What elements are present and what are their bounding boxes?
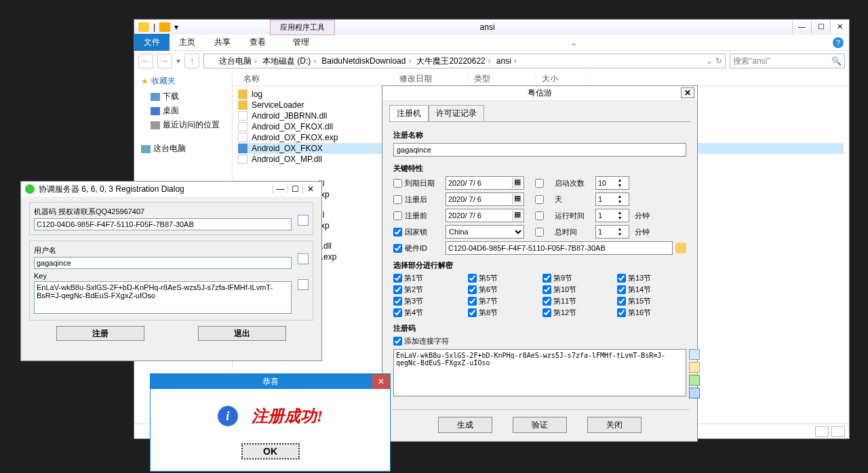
maximize-button[interactable]: ☐ xyxy=(811,20,830,34)
col-type[interactable]: 类型 xyxy=(469,71,536,85)
spinner-icon[interactable]: ▴▾ xyxy=(618,194,627,205)
country-select[interactable]: China xyxy=(446,225,524,239)
breadcrumb[interactable]: ansi xyxy=(496,56,519,66)
verify-button[interactable]: 验证 xyxy=(513,417,567,433)
user-input[interactable] xyxy=(34,257,292,269)
save-icon[interactable] xyxy=(689,388,700,398)
reg-titlebar[interactable]: 协调服务器 6, 6, 0, 3 Registration Dialog — ☐… xyxy=(21,182,321,197)
menu-view[interactable]: 查看 xyxy=(240,34,275,51)
chk-hwid[interactable] xyxy=(393,244,402,253)
chk-section[interactable]: 第9节 xyxy=(542,273,612,283)
breadcrumb[interactable]: 这台电脑 xyxy=(219,56,260,67)
calendar-icon[interactable]: ▦ xyxy=(512,178,521,188)
chk-total-time[interactable] xyxy=(535,228,544,236)
menu-manage[interactable]: 管理 xyxy=(283,34,319,51)
chk-section[interactable]: 第4节 xyxy=(393,308,462,318)
search-input[interactable]: 搜索"ansi" 🔍 xyxy=(730,54,845,68)
sidebar-thispc[interactable]: 这台电脑 xyxy=(141,142,225,156)
breadcrumb[interactable]: 本地磁盘 (D:) xyxy=(262,56,319,67)
chk-section[interactable]: 第16节 xyxy=(617,308,686,318)
close-button[interactable]: ✕ xyxy=(302,184,317,194)
forward-button[interactable]: → xyxy=(157,54,172,68)
history-dropdown-icon[interactable]: ▾ xyxy=(176,56,180,66)
breadcrumb[interactable]: 大牛魔王20220622 xyxy=(416,56,493,67)
chk-section[interactable]: 第14节 xyxy=(617,285,686,295)
spinner-icon[interactable]: ▴▾ xyxy=(618,210,627,221)
chk-after-reg[interactable] xyxy=(393,195,402,204)
copy-icon[interactable] xyxy=(298,215,309,226)
ribbon-context-tab[interactable]: 应用程序工具 xyxy=(270,20,335,35)
chk-runtime[interactable] xyxy=(535,211,544,220)
chk-section[interactable]: 第5节 xyxy=(468,273,537,283)
copy-icon[interactable] xyxy=(689,349,700,360)
regcode-textarea[interactable]: EnLaV-wkB8u-SxlGS-2F+bD-KnPHq-r8AeS-wzs5… xyxy=(393,349,686,396)
sidebar-recent[interactable]: 最近访问的位置 xyxy=(141,118,225,132)
chk-expiry[interactable] xyxy=(393,179,402,188)
chk-section[interactable]: 第6节 xyxy=(468,285,537,295)
explorer-titlebar[interactable]: | ▾ 应用程序工具 ansi — ☐ ✕ xyxy=(134,20,849,35)
menu-file[interactable]: 文件 xyxy=(134,34,170,51)
key-textarea[interactable]: EnLaV-wkB8u-SxlGS-2F+bD-KnPHq-r8AeS-wzs5… xyxy=(34,281,292,314)
chk-section[interactable]: 第10节 xyxy=(542,285,612,295)
view-icons-button[interactable] xyxy=(831,426,845,437)
register-button[interactable]: 注册 xyxy=(56,326,144,341)
machine-code-input[interactable] xyxy=(34,218,292,230)
menu-home[interactable]: 主页 xyxy=(170,34,205,51)
address-bar[interactable]: 这台电脑 本地磁盘 (D:) BaiduNetdiskDownload 大牛魔王… xyxy=(203,54,726,68)
calendar-icon[interactable]: ▦ xyxy=(512,210,521,221)
ok-button[interactable]: OK xyxy=(241,443,300,459)
close-button[interactable]: ✕ xyxy=(830,20,849,34)
reg-name-input[interactable] xyxy=(393,143,686,157)
sidebar-desktop[interactable]: 桌面 xyxy=(141,104,225,118)
close-button[interactable]: 关闭 xyxy=(587,417,642,433)
chk-launch-count[interactable] xyxy=(535,179,544,188)
tab-register[interactable]: 注册机 xyxy=(389,105,429,121)
spinner-icon[interactable]: ▴▾ xyxy=(618,226,627,237)
close-button[interactable]: ✕ xyxy=(681,87,694,98)
tab-license-log[interactable]: 许可证记录 xyxy=(429,105,484,121)
copy-icon[interactable] xyxy=(298,253,309,264)
exit-button[interactable]: 退出 xyxy=(198,326,286,341)
spin-runtime[interactable]: 1▴▾ xyxy=(595,209,629,222)
spin-total[interactable]: 1▴▾ xyxy=(595,225,629,239)
close-button[interactable]: ✕ xyxy=(372,374,390,389)
calendar-icon[interactable]: ▦ xyxy=(512,194,521,205)
copy-icon[interactable] xyxy=(298,279,309,290)
col-date[interactable]: 修改日期 xyxy=(394,71,469,85)
spinner-icon[interactable]: ▴▾ xyxy=(618,178,627,188)
msgbox-titlebar[interactable]: 恭喜 ✕ xyxy=(151,374,390,389)
menu-share[interactable]: 共享 xyxy=(205,34,240,51)
back-button[interactable]: ← xyxy=(138,54,153,68)
date-expiry[interactable]: 2020/ 7/ 6▦ xyxy=(446,176,524,190)
breadcrumb[interactable]: BaiduNetdiskDownload xyxy=(321,56,414,66)
chk-country[interactable] xyxy=(393,228,402,236)
generate-button[interactable]: 生成 xyxy=(438,417,492,433)
chevron-down-icon[interactable]: ⌄ xyxy=(570,38,577,47)
paste-icon[interactable] xyxy=(675,243,686,253)
chk-before-reg[interactable] xyxy=(393,211,402,220)
spin-launch[interactable]: 10▴▾ xyxy=(595,176,629,190)
paste-icon[interactable] xyxy=(689,362,700,373)
spin-days[interactable]: 1▴▾ xyxy=(595,192,629,206)
yxy-titlebar[interactable]: 粤信游 ✕ xyxy=(382,86,697,101)
maximize-button[interactable]: ☐ xyxy=(288,184,302,194)
chk-section[interactable]: 第2节 xyxy=(393,285,462,295)
chk-section[interactable]: 第7节 xyxy=(468,296,537,306)
date-after[interactable]: 2020/ 7/ 6▦ xyxy=(446,192,524,206)
chk-section[interactable]: 第13节 xyxy=(617,273,686,283)
col-name[interactable]: 名称 xyxy=(238,71,394,85)
dropdown-icon[interactable]: ▾ xyxy=(174,22,178,32)
chk-section[interactable]: 第11节 xyxy=(542,296,612,306)
dropdown-icon[interactable]: ⌄ xyxy=(706,56,713,66)
chk-section[interactable]: 第15节 xyxy=(617,296,686,306)
col-size[interactable]: 大小 xyxy=(536,71,591,85)
chk-days[interactable] xyxy=(535,195,544,204)
chk-add-connectors[interactable]: 添加连接字符 xyxy=(393,336,686,346)
hwid-input[interactable] xyxy=(446,241,673,255)
chk-section[interactable]: 第12节 xyxy=(542,308,612,318)
up-button[interactable]: ↑ xyxy=(184,54,199,68)
add-icon[interactable] xyxy=(689,375,700,386)
sidebar-downloads[interactable]: 下载 xyxy=(141,89,225,104)
chk-section[interactable]: 第3节 xyxy=(393,296,462,306)
refresh-icon[interactable]: ↻ xyxy=(715,56,722,66)
